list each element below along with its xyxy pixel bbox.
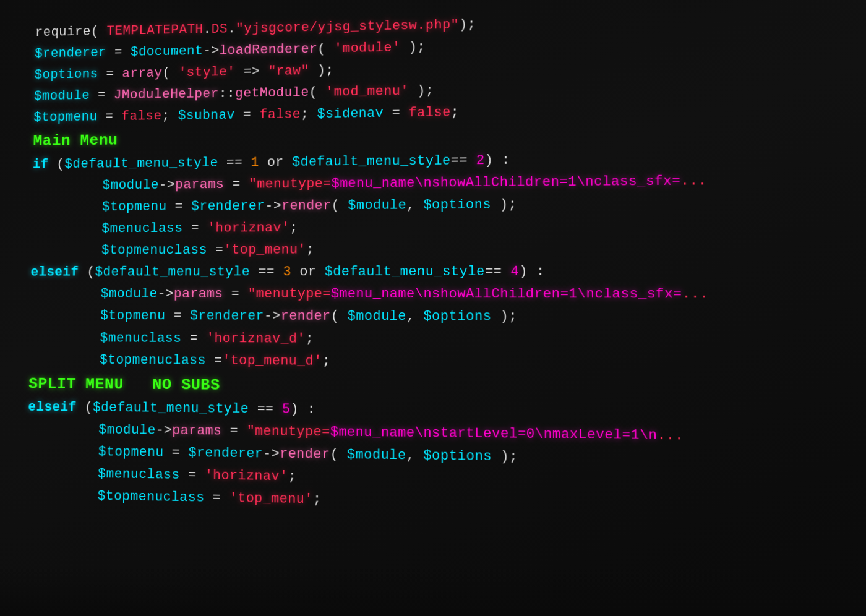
code-line-13: $module->params = "menutype=$menu_name\n… [30, 284, 860, 306]
code-line-11: $topmenuclass ='top_menu'; [31, 238, 859, 262]
code-line-9: $topmenu = $renderer->render( $module, $… [32, 192, 858, 218]
fade-overlay [0, 567, 866, 616]
code-line-16: $topmenuclass ='top_menu_d'; [29, 349, 862, 375]
code-line-10: $menuclass = 'horiznav'; [32, 215, 859, 240]
code-screen: require( TEMPLATEPATH.DS."yjsgcore/yjsg_… [0, 0, 866, 616]
code-line-14: $topmenu = $renderer->render( $module, $… [30, 306, 861, 329]
code-line-15: $menuclass = 'horiznav_d'; [29, 328, 861, 352]
code-line-12: elseif ($default_menu_style == 3 or $def… [30, 261, 860, 283]
code-content: require( TEMPLATEPATH.DS."yjsgcore/yjsg_… [26, 7, 864, 520]
